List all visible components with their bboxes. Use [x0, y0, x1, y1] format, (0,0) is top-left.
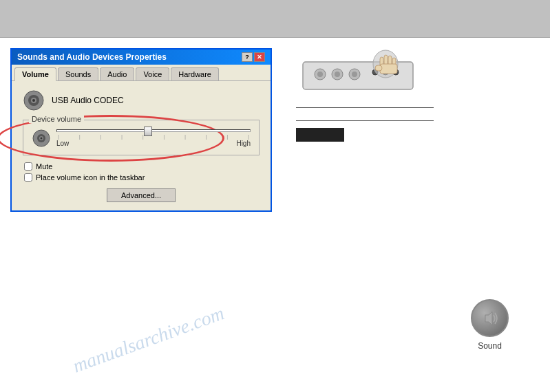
right-panel: Sound: [282, 38, 550, 392]
place-volume-row: Place volume icon in the taskbar: [24, 173, 260, 182]
slider-high-label: High: [236, 140, 251, 147]
dialog-body: USB Audio CODEC Device volume: [12, 81, 271, 210]
advanced-button[interactable]: Advanced...: [107, 188, 176, 202]
content-area: Sounds and Audio Devices Properties ? ✕ …: [0, 38, 550, 392]
sound-icon: [471, 299, 509, 337]
horizontal-line-1: [296, 107, 434, 108]
svg-rect-23: [380, 64, 397, 74]
mute-checkbox[interactable]: [24, 162, 32, 171]
svg-point-10: [317, 72, 323, 77]
device-svg: [296, 48, 434, 100]
volume-slider-row: ||||| ||||| Low High: [32, 129, 251, 148]
device-name: USB Audio CODEC: [52, 96, 124, 105]
slider-track-area[interactable]: ||||| ||||| Low High: [56, 129, 251, 147]
slider-labels: Low High: [56, 140, 251, 147]
slider-track[interactable]: [56, 129, 251, 132]
svg-point-3: [32, 99, 35, 102]
device-row: USB Audio CODEC: [23, 89, 260, 111]
advanced-btn-row: Advanced...: [23, 188, 260, 202]
volume-group-label: Device volume: [29, 115, 84, 123]
checkboxes: Mute Place volume icon in the taskbar: [24, 162, 260, 182]
top-banner: [0, 0, 550, 38]
mute-label: Mute: [36, 162, 52, 171]
svg-point-14: [352, 72, 357, 77]
svg-marker-25: [485, 312, 492, 325]
titlebar-buttons: ? ✕: [242, 52, 265, 62]
left-panel: Sounds and Audio Devices Properties ? ✕ …: [0, 38, 282, 392]
svg-rect-24: [375, 65, 382, 71]
black-rectangle: [296, 128, 344, 142]
sound-section: Sound: [471, 299, 509, 351]
place-volume-checkbox[interactable]: [24, 173, 32, 182]
volume-icon: [32, 129, 51, 148]
close-icon: ✕: [257, 54, 262, 61]
tab-volume[interactable]: Volume: [14, 67, 56, 81]
svg-point-7: [41, 138, 43, 140]
device-speaker-icon: [23, 89, 45, 111]
dialog-box: Sounds and Audio Devices Properties ? ✕ …: [10, 48, 272, 212]
volume-group: Device volume: [23, 120, 260, 155]
help-icon: ?: [245, 54, 249, 61]
tab-voice[interactable]: Voice: [136, 67, 169, 80]
sound-svg: [480, 308, 500, 329]
slider-ticks: ||||| |||||: [56, 133, 251, 140]
slider-low-label: Low: [56, 140, 69, 147]
dialog-tabs: Volume Sounds Audio Voice Hardware: [12, 65, 271, 81]
slider-handle[interactable]: [144, 127, 152, 136]
watermark: manualsarchive.com: [70, 302, 227, 377]
help-button[interactable]: ?: [242, 52, 253, 62]
device-diagram: [296, 48, 536, 102]
close-button[interactable]: ✕: [254, 52, 265, 62]
tab-hardware[interactable]: Hardware: [171, 67, 219, 80]
sound-label: Sound: [478, 341, 502, 351]
place-volume-label: Place volume icon in the taskbar: [36, 173, 145, 182]
tab-audio[interactable]: Audio: [100, 67, 134, 80]
dialog-titlebar: Sounds and Audio Devices Properties ? ✕: [12, 50, 271, 65]
dialog-title: Sounds and Audio Devices Properties: [17, 52, 167, 62]
horizontal-line-2: [296, 120, 434, 121]
tab-sounds[interactable]: Sounds: [58, 67, 98, 80]
mute-row: Mute: [24, 162, 260, 171]
svg-point-12: [335, 72, 340, 77]
